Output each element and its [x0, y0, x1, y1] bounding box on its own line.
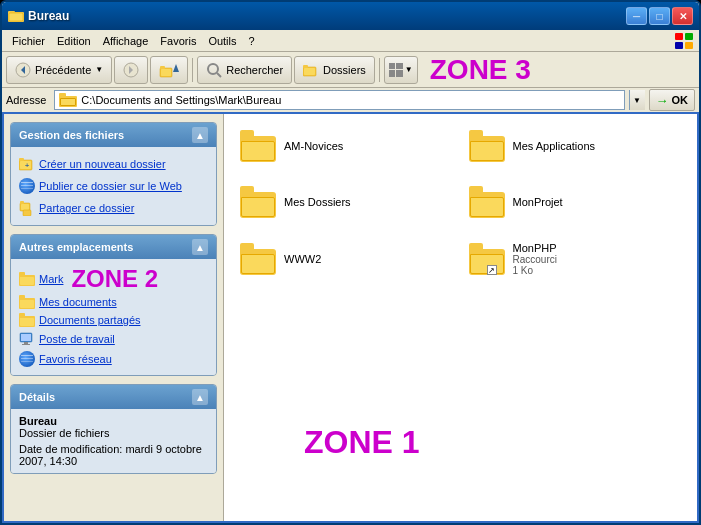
folder-icon-monprojet — [469, 186, 505, 218]
main-window: Bureau ─ □ ✕ Fichier Edition Affichage F… — [0, 0, 701, 525]
address-folder-icon — [59, 93, 77, 107]
mark-link[interactable]: Mark — [15, 270, 67, 288]
autres-section: Autres emplacements ▲ Mark Z — [10, 234, 217, 376]
list-item[interactable]: AM-Novices — [236, 126, 457, 166]
file-name-www2: WWW2 — [284, 253, 321, 265]
svg-rect-6 — [685, 42, 693, 49]
left-panel: Gestion des fichiers ▲ + Créer un nouvea… — [4, 114, 224, 521]
address-bar: Adresse C:\Documents and Settings\Mark\B… — [2, 88, 699, 114]
maximize-button[interactable]: □ — [649, 7, 670, 25]
search-button[interactable]: Rechercher — [197, 56, 292, 84]
create-folder-link[interactable]: + Créer un nouveau dossier — [15, 153, 212, 175]
menu-edition[interactable]: Edition — [51, 33, 97, 49]
svg-rect-29 — [21, 334, 31, 341]
create-folder-icon: + — [19, 156, 35, 172]
views-icon — [389, 63, 403, 77]
folder-icon-www2 — [240, 243, 276, 275]
up-button[interactable] — [150, 56, 188, 84]
go-label: OK — [672, 94, 689, 106]
poste-travail-label: Poste de travail — [39, 333, 115, 345]
menu-bar: Fichier Edition Affichage Favoris Outils… — [2, 30, 699, 52]
address-dropdown[interactable]: ▼ — [629, 90, 645, 110]
menu-outils[interactable]: Outils — [202, 33, 242, 49]
documents-partages-link[interactable]: Documents partagés — [15, 311, 212, 329]
go-button[interactable]: → OK — [649, 89, 696, 111]
address-path[interactable]: C:\Documents and Settings\Mark\Bureau — [81, 94, 619, 106]
folder-icon-mes-dossiers — [240, 186, 276, 218]
share-folder-label: Partager ce dossier — [39, 202, 134, 214]
address-label: Adresse — [6, 94, 46, 106]
autres-title: Autres emplacements — [19, 241, 133, 253]
details-section: Détails ▲ Bureau Dossier de fichiers Dat… — [10, 384, 217, 474]
file-sub-monphp-raccourci: Raccourci — [513, 254, 557, 265]
view-button[interactable]: ▼ — [384, 56, 418, 84]
details-name: Bureau — [19, 415, 208, 427]
list-item[interactable]: Mes Dossiers — [236, 182, 457, 222]
file-name-monphp: MonPHP — [513, 242, 557, 254]
close-button[interactable]: ✕ — [672, 7, 693, 25]
gestion-title: Gestion des fichiers — [19, 129, 124, 141]
monphp-info: MonPHP Raccourci 1 Ko — [513, 242, 557, 276]
svg-rect-4 — [685, 33, 693, 40]
folders-button[interactable]: Dossiers — [294, 56, 375, 84]
search-icon — [206, 62, 222, 78]
go-arrow-icon: → — [656, 93, 669, 108]
menu-favoris[interactable]: Favoris — [154, 33, 202, 49]
forward-button[interactable] — [114, 56, 148, 84]
mark-label: Mark — [39, 273, 63, 285]
svg-rect-30 — [24, 342, 28, 344]
autres-collapse-button[interactable]: ▲ — [192, 239, 208, 255]
share-icon — [19, 200, 35, 216]
computer-icon — [19, 331, 35, 347]
favoris-reseau-link[interactable]: Favoris réseau — [15, 349, 212, 369]
autres-body: Mark ZONE 2 Mes documents — [11, 259, 216, 375]
details-collapse-button[interactable]: ▲ — [192, 389, 208, 405]
main-content: Gestion des fichiers ▲ + Créer un nouvea… — [2, 114, 699, 523]
toolbar: Précédente ▼ Rechercher — [2, 52, 699, 88]
autres-mark-row: Mark ZONE 2 — [15, 265, 212, 293]
minimize-button[interactable]: ─ — [626, 7, 647, 25]
menu-help[interactable]: ? — [243, 33, 261, 49]
folders-icon — [303, 62, 319, 78]
list-item[interactable]: WWW2 — [236, 238, 457, 280]
favoris-reseau-label: Favoris réseau — [39, 353, 112, 365]
svg-rect-2 — [9, 13, 23, 21]
mes-documents-link[interactable]: Mes documents — [15, 293, 212, 311]
folders-label: Dossiers — [323, 64, 366, 76]
publish-web-link[interactable]: Publier ce dossier sur le Web — [15, 175, 212, 197]
details-title: Détails — [19, 391, 55, 403]
poste-travail-link[interactable]: Poste de travail — [15, 329, 212, 349]
window-controls: ─ □ ✕ — [626, 7, 693, 25]
file-name-am-novices: AM-Novices — [284, 140, 343, 152]
list-item[interactable]: ↗ MonPHP Raccourci 1 Ko — [465, 238, 686, 280]
autres-header: Autres emplacements ▲ — [11, 235, 216, 259]
documents-partages-label: Documents partagés — [39, 314, 141, 326]
svg-rect-27 — [23, 210, 31, 216]
back-label: Précédente — [35, 64, 91, 76]
mes-documents-icon — [19, 295, 35, 309]
gestion-section: Gestion des fichiers ▲ + Créer un nouvea… — [10, 122, 217, 226]
menu-affichage[interactable]: Affichage — [97, 33, 155, 49]
documents-partages-icon — [19, 313, 35, 327]
list-item[interactable]: Mes Applications — [465, 126, 686, 166]
details-header: Détails ▲ — [11, 385, 216, 409]
share-folder-link[interactable]: Partager ce dossier — [15, 197, 212, 219]
details-body: Bureau Dossier de fichiers Date de modif… — [11, 409, 216, 473]
file-sub-monphp-size: 1 Ko — [513, 265, 557, 276]
svg-rect-19 — [304, 68, 315, 75]
favoris-reseau-icon — [19, 351, 35, 367]
toolbar-separator-2 — [379, 58, 380, 82]
publish-web-label: Publier ce dossier sur le Web — [39, 180, 182, 192]
gestion-collapse-button[interactable]: ▲ — [192, 127, 208, 143]
window-icon — [8, 8, 24, 24]
menu-fichier[interactable]: Fichier — [6, 33, 51, 49]
list-item[interactable]: MonProjet — [465, 182, 686, 222]
windows-flag-icon — [673, 31, 695, 51]
back-dropdown-icon[interactable]: ▼ — [95, 65, 103, 74]
folder-icon-monphp: ↗ — [469, 243, 505, 275]
details-date: Date de modification: mardi 9 octobre 20… — [19, 443, 208, 467]
zone3-label: ZONE 3 — [430, 54, 531, 86]
mark-folder-icon — [19, 272, 35, 286]
svg-point-15 — [208, 64, 218, 74]
back-button[interactable]: Précédente ▼ — [6, 56, 112, 84]
